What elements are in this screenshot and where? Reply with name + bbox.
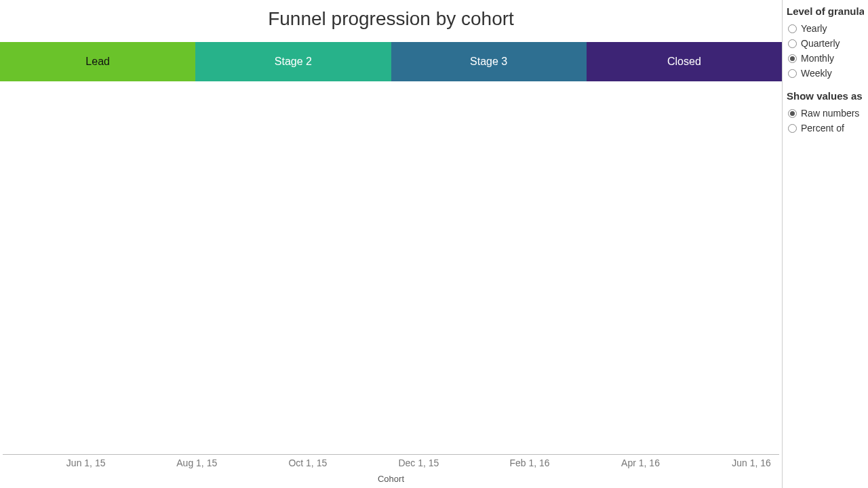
radio-icon (788, 69, 797, 78)
granularity-option[interactable]: Quarterly (787, 36, 864, 51)
legend-item-closed[interactable]: Closed (587, 42, 782, 81)
x-tick: Apr 1, 16 (621, 458, 660, 468)
x-axis: Jun 1, 15Aug 1, 15Oct 1, 15Dec 1, 15Feb … (3, 458, 779, 472)
granularity-option[interactable]: Yearly (787, 21, 864, 36)
x-tick: Jun 1, 16 (732, 458, 771, 468)
legend-item-stage3[interactable]: Stage 3 (391, 42, 587, 81)
radio-label: Weekly (801, 68, 832, 79)
legend-item-stage2[interactable]: Stage 2 (195, 42, 391, 81)
bars-container (3, 96, 779, 455)
x-tick: Jun 1, 15 (66, 458, 106, 468)
controls-sidebar: Level of granularity YearlyQuarterlyMont… (783, 0, 868, 488)
x-tick: Feb 1, 16 (509, 458, 549, 468)
x-axis-label: Cohort (3, 474, 779, 488)
legend-item-lead[interactable]: Lead (0, 42, 195, 81)
values-option[interactable]: Raw numbers (787, 106, 864, 121)
chart-panel: Funnel progression by cohort Lead Stage … (0, 0, 783, 488)
radio-label: Percent of (801, 123, 844, 134)
values-option[interactable]: Percent of (787, 121, 864, 136)
x-tick: Oct 1, 15 (288, 458, 327, 468)
radio-label: Yearly (801, 23, 827, 34)
granularity-group: Level of granularity YearlyQuarterlyMont… (787, 5, 864, 81)
plot-area: Jun 1, 15Aug 1, 15Oct 1, 15Dec 1, 15Feb … (0, 96, 782, 488)
granularity-option[interactable]: Weekly (787, 66, 864, 81)
x-tick: Dec 1, 15 (398, 458, 439, 468)
values-group: Show values as Raw numbersPercent of (787, 90, 864, 136)
radio-icon (788, 54, 797, 63)
granularity-heading: Level of granularity (787, 5, 864, 17)
radio-icon (788, 39, 797, 48)
radio-label: Raw numbers (801, 108, 859, 119)
radio-icon (788, 109, 797, 118)
radio-label: Quarterly (801, 38, 840, 49)
legend: Lead Stage 2 Stage 3 Closed (0, 42, 782, 81)
x-tick: Aug 1, 15 (176, 458, 217, 468)
values-heading: Show values as (787, 90, 864, 102)
chart-title: Funnel progression by cohort (0, 8, 782, 30)
radio-label: Monthly (801, 53, 834, 64)
granularity-option[interactable]: Monthly (787, 51, 864, 66)
radio-icon (788, 124, 797, 133)
radio-icon (788, 24, 797, 33)
